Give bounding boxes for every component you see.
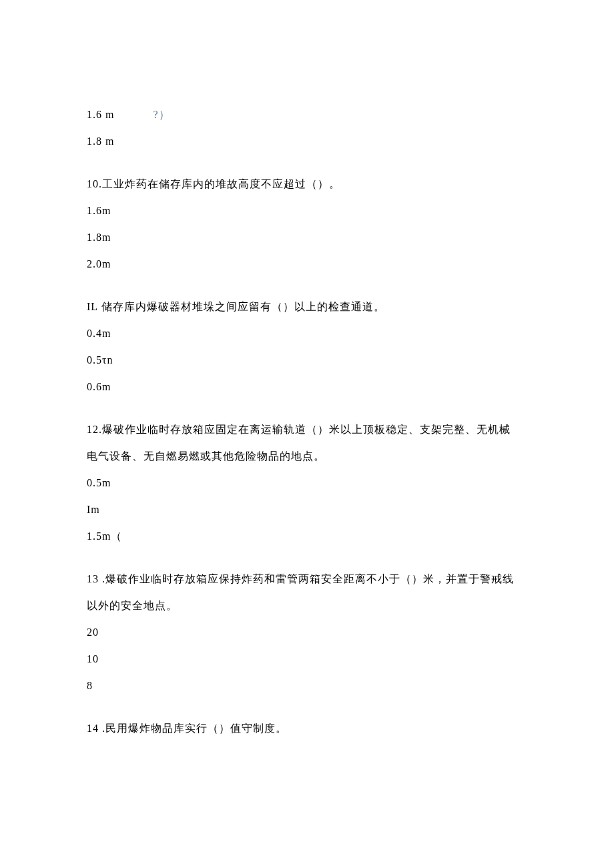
question-11: IL 储存库内爆破器材堆垛之间应留有（）以上的检查通道。 0.4m 0.5τn … [87,299,527,395]
option-text: 1.6 m [87,109,114,120]
option-line: 0.5τn [87,352,527,368]
option-text: 10 [87,653,99,665]
question-14: 14 .民用爆炸物品库实行（）值守制度。 [87,721,527,737]
previous-question-tail: 1.6 m ?） 1.8 m [87,107,527,149]
option-text: 1.8m [87,232,111,243]
question-text: 14 .民用爆炸物品库实行（）值守制度。 [87,721,527,737]
document-page: 1.6 m ?） 1.8 m 10.工业炸药在储存库内的堆故高度不应超过（）。 … [0,0,614,868]
option-line: 20 [87,624,527,640]
question-13: 13 .爆破作业临时存放箱应保持炸药和雷管两箱安全距离不小于（）米，并置于警戒线… [87,571,527,694]
option-line: 0.5m [87,475,527,491]
question-text-line-2: 电气设备、无自燃易燃或其他危险物品的地点。 [87,448,527,464]
option-annotation: ?） [153,109,170,120]
option-line: 10 [87,651,527,667]
option-line: 2.0m [87,256,527,272]
option-line: 1.6m [87,203,527,219]
option-text: 8 [87,680,93,691]
option-line: 1.8m [87,230,527,246]
question-10: 10.工业炸药在储存库内的堆故高度不应超过（）。 1.6m 1.8m 2.0m [87,176,527,272]
option-line: 0.6m [87,379,527,395]
question-12: 12.爆破作业临时存放箱应固定在离运输轨道（）米以上顶板稳定、支架完整、无机械 … [87,422,527,544]
question-text: IL 储存库内爆破器材堆垛之间应留有（）以上的检查通道。 [87,299,527,315]
question-text-line-2: 以外的安全地点。 [87,598,527,614]
option-line: 8 [87,678,527,694]
option-line: Im [87,502,527,518]
question-text-line-1: 12.爆破作业临时存放箱应固定在离运输轨道（）米以上顶板稳定、支架完整、无机械 [87,422,527,438]
option-line: 1.5m（ [87,528,527,544]
option-text: Im [87,504,100,515]
option-text: 1.5m（ [87,530,122,542]
option-text: 2.0m [87,258,111,270]
option-text: 0.5τn [87,354,113,366]
option-text: 1.6m [87,205,111,216]
question-text: 10.工业炸药在储存库内的堆故高度不应超过（）。 [87,176,527,192]
option-text: 0.6m [87,381,111,392]
option-line: 0.4m [87,326,527,342]
option-text: 0.4m [87,328,111,339]
option-text: 20 [87,626,99,638]
question-text-line-1: 13 .爆破作业临时存放箱应保持炸药和雷管两箱安全距离不小于（）米，并置于警戒线 [87,571,527,587]
option-line: 1.8 m [87,133,527,149]
option-text: 0.5m [87,477,111,488]
option-line: 1.6 m ?） [87,107,527,123]
option-text: 1.8 m [87,135,114,147]
